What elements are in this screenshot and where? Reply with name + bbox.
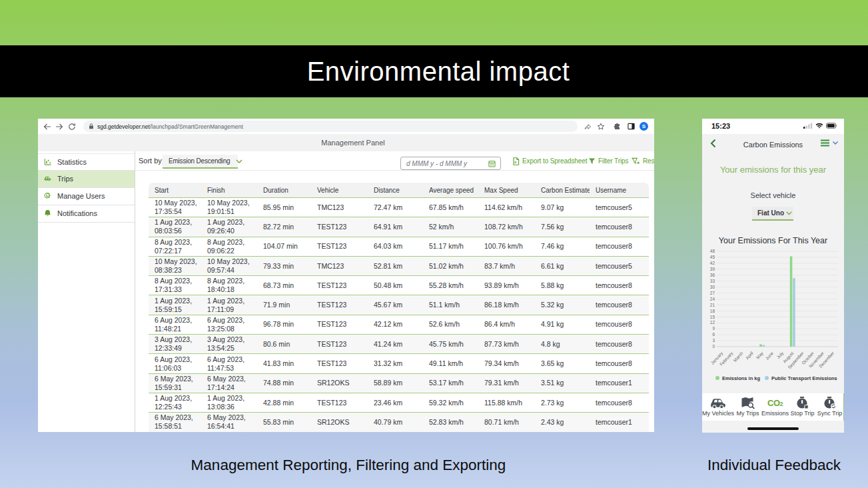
- table-row[interactable]: 6 Aug 2023, 11:48:216 Aug 2023, 13:25:08…: [149, 315, 649, 334]
- table-cell: 80.6 min: [257, 335, 311, 354]
- tab-label: My Vehicles: [702, 410, 734, 417]
- table-row[interactable]: 1 Aug 2023, 15:59:151 Aug 2023, 17:11:09…: [149, 295, 649, 315]
- table-cell: 7.56 kg: [535, 217, 590, 237]
- column-header[interactable]: Vehicle: [311, 183, 368, 198]
- table-cell: 1 Aug 2023, 09:26:40: [201, 217, 257, 237]
- menu-chevron-down-icon[interactable]: [833, 141, 838, 145]
- table-cell: 1 Aug 2023, 12:25:43: [149, 393, 201, 412]
- table-cell: 5.32 kg: [535, 295, 590, 315]
- vehicle-select-value: Fiat Uno: [757, 209, 784, 217]
- svg-text:June: June: [765, 351, 775, 361]
- sidebar-item-manage-users[interactable]: Manage Users: [38, 188, 135, 205]
- table-row[interactable]: 8 Aug 2023, 07:22:178 Aug 2023, 09:06:22…: [149, 237, 649, 256]
- url-bar[interactable]: sgd.getdeveloper.net/launchpad/SmartGree…: [83, 121, 578, 132]
- table-cell: 104.07 min: [257, 237, 311, 256]
- table-cell: 41.24 km: [368, 335, 423, 354]
- svg-text:42: 42: [710, 261, 715, 265]
- column-header[interactable]: Username: [590, 183, 649, 198]
- table-cell: 72.47 km: [368, 198, 423, 217]
- phone-screenshot: 15:23: [702, 119, 844, 433]
- table-cell: 64.03 km: [368, 237, 423, 256]
- tab-stop-trip[interactable]: Stop Trip: [789, 393, 816, 421]
- car-icon: [44, 175, 51, 183]
- tab-my-trips[interactable]: My Trips: [734, 393, 761, 421]
- sidebar-item-trips[interactable]: Trips: [38, 171, 135, 188]
- table-cell: 100.76 km/h: [478, 237, 535, 256]
- map-search-icon: [741, 395, 755, 410]
- table-cell: temcouser8: [590, 393, 649, 412]
- table-cell: 41.83 min: [257, 354, 311, 373]
- filter-trips-button[interactable]: Filter Trips: [588, 151, 628, 171]
- table-cell: TEST123: [311, 217, 368, 237]
- slide: Environmental impact sgd.getdeveloper.ne…: [0, 0, 868, 488]
- export-to-spreadsheet-button[interactable]: x Export to Spreadsheet: [512, 151, 587, 171]
- legend-label-emissions: Emissions in kg: [722, 375, 760, 381]
- home-indicator[interactable]: [747, 427, 799, 430]
- date-range-input[interactable]: d MMM y - d MMM y: [400, 157, 501, 170]
- column-header[interactable]: Start: [149, 183, 201, 198]
- car-icon: [710, 395, 726, 410]
- tab-my-vehicles[interactable]: My Vehicles: [702, 393, 734, 421]
- back-icon[interactable]: [43, 119, 51, 134]
- table-row[interactable]: 10 May 2023, 17:35:5410 May 2023, 19:01:…: [149, 198, 649, 217]
- reload-icon[interactable]: [68, 119, 76, 134]
- table-row[interactable]: 1 Aug 2023, 12:25:431 Aug 2023, 13:08:36…: [149, 393, 649, 412]
- table-cell: 1 Aug 2023, 08:03:56: [149, 217, 201, 237]
- bookmark-star-icon[interactable]: [596, 119, 606, 134]
- sidebar-item-statistics[interactable]: Statistics: [38, 153, 135, 171]
- table-row[interactable]: 6 May 2023, 15:58:516 May 2023, 16:54:41…: [149, 413, 649, 432]
- column-header[interactable]: Carbon Estimate: [535, 183, 590, 198]
- column-header[interactable]: Duration: [257, 183, 311, 198]
- table-cell: temcouser5: [590, 256, 649, 275]
- share-icon[interactable]: [583, 119, 592, 134]
- svg-text:6: 6: [712, 332, 715, 337]
- svg-text:36: 36: [710, 273, 715, 277]
- column-header[interactable]: Average speed: [423, 183, 478, 198]
- forward-icon[interactable]: [55, 119, 63, 134]
- table-cell: 71.9 min: [257, 295, 311, 315]
- reset-filters-button[interactable]: Reset Filters: [632, 151, 654, 171]
- table-cell: 10 May 2023, 17:35:54: [149, 198, 201, 217]
- table-cell: 59.32 km/h: [423, 393, 478, 412]
- url-domain: sgd.getdeveloper.net: [97, 123, 150, 130]
- table-cell: 49.11 km/h: [423, 354, 478, 373]
- calendar-icon[interactable]: [488, 160, 496, 167]
- table-cell: TEST123: [311, 237, 368, 256]
- tab-emissions[interactable]: CO2Emissions: [761, 393, 789, 421]
- svg-text:9: 9: [712, 326, 715, 331]
- side-panel-icon[interactable]: [626, 119, 636, 134]
- table-cell: 58.89 km: [368, 373, 423, 393]
- table-row[interactable]: 1 Aug 2023, 08:03:561 Aug 2023, 09:26:40…: [149, 217, 649, 237]
- sidebar-item-notifications[interactable]: Notifications: [38, 205, 135, 223]
- legend-dot-blue: [765, 376, 769, 380]
- vehicle-chevron-icon: [784, 211, 792, 215]
- table-cell: 51.1 km/h: [423, 295, 478, 315]
- table-cell: SR12OKS: [311, 373, 368, 393]
- table-cell: 3.65 kg: [535, 354, 590, 373]
- menu-icon[interactable]: [821, 139, 829, 147]
- vehicle-select[interactable]: Fiat Uno: [752, 207, 793, 221]
- column-header[interactable]: Max Speed: [478, 183, 535, 198]
- browser-window: sgd.getdeveloper.net/launchpad/SmartGree…: [38, 119, 654, 432]
- table-cell: 8 Aug 2023, 17:31:33: [149, 276, 201, 295]
- profile-avatar[interactable]: S: [640, 122, 648, 131]
- table-row[interactable]: 6 May 2023, 15:59:316 May 2023, 17:14:24…: [149, 373, 649, 393]
- table-cell: 114.62 km/h: [478, 198, 535, 217]
- sort-select[interactable]: Emission Descending: [163, 155, 238, 169]
- table-row[interactable]: 3 Aug 2023, 12:33:493 Aug 2023, 13:54:25…: [149, 335, 649, 354]
- column-header[interactable]: Distance: [368, 183, 423, 198]
- table-cell: 1 Aug 2023, 13:08:36: [201, 393, 257, 412]
- app-title: Management Panel: [307, 139, 384, 147]
- extensions-icon[interactable]: [612, 119, 622, 134]
- table-row[interactable]: 6 Aug 2023, 11:06:036 Aug 2023, 11:47:53…: [149, 354, 649, 373]
- table-cell: 8 Aug 2023, 18:40:18: [201, 276, 257, 295]
- table-cell: 79.31 km/h: [478, 373, 535, 393]
- column-header[interactable]: Finish: [201, 183, 257, 198]
- tab-sync-trip[interactable]: Sync Trip: [816, 393, 843, 421]
- table-cell: 68.73 min: [257, 276, 311, 295]
- phone-nav-bar: Carbon Emissions: [702, 134, 844, 154]
- sidebar-item-label: Notifications: [57, 209, 97, 217]
- table-row[interactable]: 8 Aug 2023, 17:31:338 Aug 2023, 18:40:18…: [149, 276, 649, 295]
- table-cell: 108.72 km/h: [478, 217, 535, 237]
- table-row[interactable]: 10 May 2023, 08:38:2310 May 2023, 09:57:…: [149, 256, 649, 275]
